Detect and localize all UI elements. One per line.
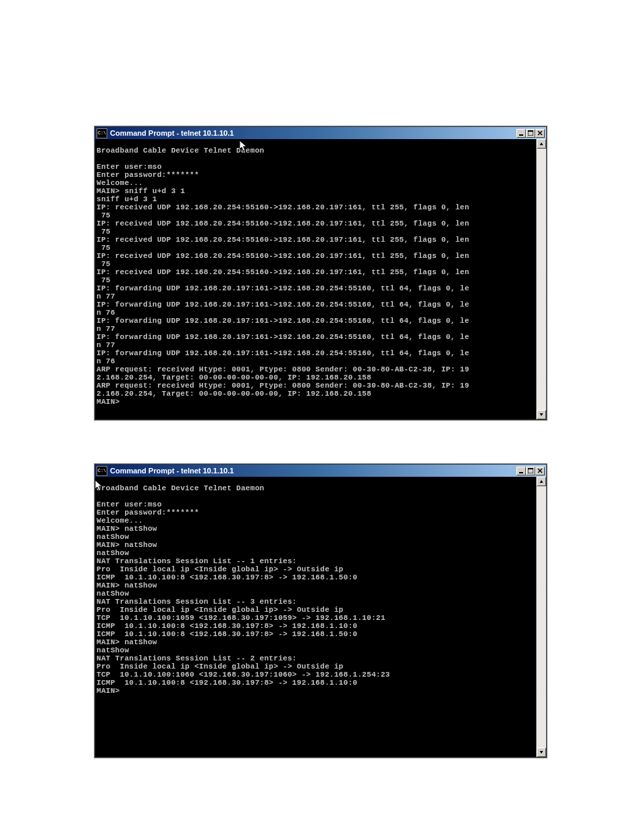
titlebar[interactable]: C:\ Command Prompt - telnet 10.1.10.1 — [95, 127, 546, 139]
terminal-output[interactable]: Broadband Cable Device Telnet Daemon Ent… — [95, 484, 536, 750]
svg-rect-0 — [519, 134, 523, 136]
minimize-button[interactable] — [516, 129, 526, 138]
scroll-up-button[interactable] — [537, 139, 546, 149]
close-button[interactable] — [535, 129, 545, 138]
window-controls — [516, 467, 545, 475]
svg-rect-8 — [519, 472, 523, 473]
window-title: Command Prompt - telnet 10.1.10.1 — [110, 467, 516, 475]
scroll-up-button[interactable] — [537, 477, 546, 486]
svg-marker-14 — [540, 751, 543, 754]
svg-marker-6 — [540, 413, 543, 416]
cmd-icon: C:\ — [97, 128, 107, 138]
close-button[interactable] — [535, 467, 545, 475]
window-controls — [516, 129, 545, 138]
svg-rect-10 — [528, 468, 533, 469]
window-title: Command Prompt - telnet 10.1.10.1 — [110, 129, 516, 137]
cmd-icon: C:\ — [97, 466, 107, 476]
scroll-down-button[interactable] — [537, 410, 546, 419]
svg-marker-13 — [540, 480, 543, 483]
titlebar[interactable]: C:\ Command Prompt - telnet 10.1.10.1 — [95, 465, 546, 477]
terminal-output[interactable]: Broadband Cable Device Telnet Daemon Ent… — [95, 147, 536, 412]
maximize-button[interactable] — [526, 467, 535, 475]
command-prompt-window-1: C:\ Command Prompt - telnet 10.1.10.1 Br… — [95, 126, 547, 420]
command-prompt-window-2: C:\ Command Prompt - telnet 10.1.10.1 Br… — [95, 464, 547, 758]
scroll-track[interactable] — [537, 486, 546, 748]
minimize-button[interactable] — [516, 467, 526, 475]
content-area: Broadband Cable Device Telnet Daemon Ent… — [95, 477, 546, 757]
svg-rect-2 — [528, 130, 533, 132]
vertical-scrollbar[interactable] — [536, 139, 546, 419]
svg-marker-5 — [540, 142, 543, 145]
maximize-button[interactable] — [526, 129, 535, 138]
scroll-down-button[interactable] — [537, 748, 546, 757]
vertical-scrollbar[interactable] — [536, 477, 546, 757]
content-area: Broadband Cable Device Telnet Daemon Ent… — [95, 139, 546, 419]
scroll-track[interactable] — [537, 149, 546, 410]
